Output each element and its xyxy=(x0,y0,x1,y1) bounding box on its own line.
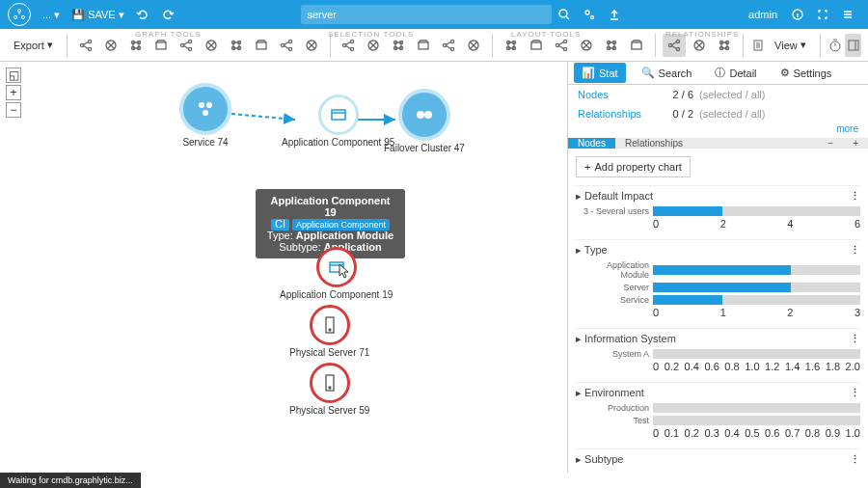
svg-point-5 xyxy=(591,16,594,19)
gt-eye[interactable] xyxy=(225,34,248,57)
tab-detail[interactable]: ⓘDetail xyxy=(707,62,764,84)
info-icon[interactable] xyxy=(785,2,810,27)
svg-point-71 xyxy=(203,110,208,116)
svg-point-69 xyxy=(199,102,204,108)
svg-rect-66 xyxy=(849,41,858,50)
right-panel: 📊Stat 🔍Search ⓘDetail ⚙Settings Nodes2 /… xyxy=(567,62,868,473)
chart-type: ▸ Type⋮Application ModuleServerService01… xyxy=(576,239,860,318)
section-selection: SELECTION TOOLS xyxy=(328,30,414,39)
section-layout: LAYOUT TOOLS xyxy=(511,30,581,39)
global-search xyxy=(301,2,577,27)
chart-menu-icon[interactable]: ⋮ xyxy=(850,244,860,257)
save-button[interactable]: 💾SAVE▾ xyxy=(66,7,130,23)
svg-point-79 xyxy=(329,387,331,389)
doc-icon[interactable] xyxy=(749,34,766,57)
gt-hide[interactable] xyxy=(200,34,223,57)
chart-default-impact: ▸ Default Impact⋮3 - Several users0246 xyxy=(576,185,860,230)
node-phys59[interactable]: Physical Server 59 xyxy=(289,363,369,416)
main: ◱ + − Service 74 Application Component 9… xyxy=(0,62,868,473)
chart-menu-icon[interactable]: ⋮ xyxy=(850,387,860,399)
st-sel6[interactable] xyxy=(462,34,485,57)
undo-icon[interactable] xyxy=(130,2,155,27)
gt-expand[interactable] xyxy=(74,34,97,57)
tab-stat[interactable]: 📊Stat xyxy=(574,63,626,83)
svg-rect-46 xyxy=(531,42,541,49)
topbar: ... ▾ 💾SAVE▾ admin xyxy=(0,0,868,29)
svg-rect-24 xyxy=(257,42,266,49)
st-sel4[interactable] xyxy=(412,34,435,57)
hamburger-icon[interactable] xyxy=(835,2,860,27)
chart-environment: ▸ Environment⋮ProductionTest00.10.20.30.… xyxy=(576,382,860,439)
fullscreen-icon[interactable] xyxy=(810,2,835,27)
svg-point-3 xyxy=(559,10,567,17)
cursor-icon xyxy=(339,263,350,279)
svg-rect-37 xyxy=(419,42,428,49)
panel-toggle-icon[interactable] xyxy=(845,34,861,57)
chart-menu-icon[interactable]: ⋮ xyxy=(850,453,860,466)
redo-icon[interactable] xyxy=(155,2,180,27)
node-service[interactable]: Service 74 xyxy=(179,83,231,148)
svg-point-73 xyxy=(417,111,424,119)
gt-trash[interactable] xyxy=(300,34,323,57)
svg-point-4 xyxy=(585,11,589,14)
node-appcomp19[interactable]: Application Component 19 xyxy=(280,247,393,300)
svg-point-74 xyxy=(424,111,432,119)
tab-search[interactable]: 🔍Search xyxy=(634,63,700,83)
gt-bolt[interactable] xyxy=(275,34,298,57)
svg-point-77 xyxy=(329,329,331,331)
zoom-in-icon[interactable]: + xyxy=(6,85,21,100)
subtab-rels[interactable]: Relationships xyxy=(615,138,692,149)
add-icon[interactable]: + xyxy=(843,138,868,149)
node-phys71[interactable]: Physical Server 71 xyxy=(289,305,369,358)
fit-icon[interactable]: ◱ xyxy=(6,68,21,83)
chart-subtype: ▸ Subtype⋮ xyxy=(576,448,860,472)
chart-menu-icon[interactable]: ⋮ xyxy=(850,333,860,345)
chart-menu-icon[interactable]: ⋮ xyxy=(850,190,860,203)
lt-l6[interactable] xyxy=(625,34,648,57)
gt-branch[interactable] xyxy=(99,34,122,57)
app-logo[interactable] xyxy=(8,3,31,26)
section-graph: GRAPH TOOLS xyxy=(135,30,202,39)
gt-filter2[interactable] xyxy=(250,34,273,57)
subtab-nodes[interactable]: Nodes xyxy=(568,138,615,149)
view-button[interactable]: View▾ xyxy=(767,35,814,55)
search-input[interactable] xyxy=(301,5,552,24)
gears-icon[interactable] xyxy=(577,2,602,27)
upload-icon[interactable] xyxy=(602,2,627,27)
collapse-icon[interactable]: − xyxy=(818,138,843,149)
svg-point-70 xyxy=(206,102,212,108)
graph-canvas[interactable]: ◱ + − Service 74 Application Component 9… xyxy=(0,62,567,473)
node-failover[interactable]: Failover Cluster 47 xyxy=(384,89,465,153)
svg-rect-15 xyxy=(156,42,166,49)
section-rel: RELATIONSHIPS xyxy=(665,30,739,39)
st-sel5[interactable] xyxy=(437,34,460,57)
zoom-out-icon[interactable]: − xyxy=(6,102,21,118)
add-property-chart[interactable]: +Add property chart xyxy=(576,156,691,177)
menu-dropdown[interactable]: ... ▾ xyxy=(37,7,66,23)
tab-settings[interactable]: ⚙Settings xyxy=(773,63,840,83)
search-icon[interactable] xyxy=(552,2,577,27)
lt-l5[interactable] xyxy=(600,34,623,57)
chart-information-system: ▸ Information System⋮System A00.20.40.60… xyxy=(576,328,860,372)
timer-icon[interactable] xyxy=(827,34,843,57)
svg-rect-72 xyxy=(332,110,345,120)
status-bar: Waiting for cmdb.graphlytic.biz... xyxy=(0,473,141,488)
node-appcomp95[interactable]: Application Component 95 xyxy=(282,95,394,148)
user-label[interactable]: admin xyxy=(748,9,777,20)
toolbar: GRAPH TOOLS SELECTION TOOLS LAYOUT TOOLS… xyxy=(0,29,868,62)
export-button[interactable]: Export▾ xyxy=(6,35,61,55)
more-link[interactable]: more xyxy=(568,123,868,138)
svg-rect-55 xyxy=(632,42,641,49)
